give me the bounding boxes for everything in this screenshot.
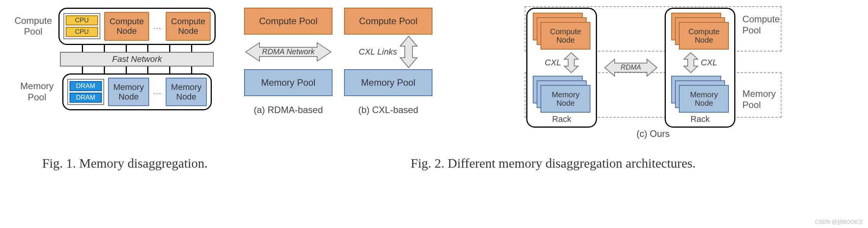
bus-tick — [126, 67, 127, 73]
fig2c-caption: (c) Ours — [637, 128, 670, 139]
memory-node: Memory Node — [166, 78, 207, 107]
bus-ticks-bottom — [60, 67, 214, 73]
fig1-body: Compute Pool CPU CPU Compute Node ... Co… — [11, 8, 216, 110]
bus-tick — [104, 45, 105, 52]
rack-label: Rack — [552, 114, 571, 124]
compute-pool-side-label: Compute Pool — [742, 14, 780, 36]
compute-pool-box: CPU CPU Compute Node ... Compute Node — [58, 8, 216, 45]
cxl-link-left: CXL — [545, 52, 579, 73]
svg-marker-2 — [564, 53, 578, 73]
memory-node-card: MemoryNode — [540, 85, 590, 113]
rack-right: ComputeNode CXL — [665, 8, 735, 128]
memory-node-l1: Memory — [552, 90, 579, 99]
cpu-stack: CPU CPU — [63, 13, 100, 39]
bus-tick — [191, 67, 192, 73]
svg-marker-4 — [684, 53, 698, 73]
memory-pool-label-l2: Pool — [28, 92, 46, 102]
bus-tick — [169, 45, 170, 52]
fig2a-compute-pool: Compute Pool — [244, 8, 333, 35]
memory-node-l2: Node — [176, 92, 196, 102]
double-arrow-horizontal-icon: RDMA Network — [244, 40, 333, 63]
figure-1: Compute Pool CPU CPU Compute Node ... Co… — [6, 8, 221, 110]
bus-tick — [169, 67, 170, 73]
memory-node-stack: MemoryNode — [671, 76, 729, 113]
memory-node: Memory Node — [108, 78, 149, 107]
double-arrow-vertical-icon — [683, 52, 698, 73]
memory-pool-l2: Pool — [742, 100, 761, 110]
double-arrow-vertical-icon — [564, 52, 579, 73]
fig2c-column: ComputeNode CXL — [444, 8, 862, 139]
fig2-top: Compute Pool RDMA Network Memory Pool (a… — [244, 8, 862, 139]
rdma-inter-rack-link: RDMA — [604, 57, 658, 78]
memory-node-stack: MemoryNode — [533, 76, 590, 113]
cxl-label: CXL — [545, 58, 561, 68]
compute-node-l2: Node — [695, 36, 713, 44]
rack-label: Rack — [690, 114, 710, 124]
compute-node-card: ComputeNode — [540, 22, 590, 50]
fig2-caption: Fig. 2. Different memory disaggregation … — [244, 156, 862, 171]
fig2a-link: RDMA Network — [244, 35, 333, 69]
bus-tick — [126, 45, 127, 52]
compute-node-card: ComputeNode — [679, 22, 729, 50]
compute-pool-l2: Pool — [742, 25, 761, 35]
fig2a-column: Compute Pool RDMA Network Memory Pool (a… — [244, 8, 333, 115]
fast-network-area: Fast Network — [60, 45, 214, 73]
compute-node-l1: Compute — [550, 27, 581, 36]
compute-node: Compute Node — [166, 12, 211, 41]
fig2a-caption: (a) RDMA-based — [254, 105, 323, 115]
memory-node-l1: Memory — [113, 82, 144, 92]
double-arrow-vertical-icon — [399, 35, 418, 68]
compute-node-l1: Compute — [110, 17, 144, 26]
compute-pool-label-l1: Compute — [15, 15, 52, 26]
fig2c-body: ComputeNode CXL — [526, 8, 780, 128]
bus-ticks-top — [60, 45, 214, 52]
compute-node-stack: ComputeNode — [671, 13, 729, 50]
bus-tick — [82, 45, 83, 52]
double-arrow-horizontal-icon: RDMA — [604, 57, 658, 78]
rdma-network-label: RDMA Network — [262, 47, 315, 56]
fig1-caption: Fig. 1. Memory disaggregation. — [6, 156, 244, 171]
bus-tick — [82, 67, 83, 73]
bus-tick — [147, 45, 148, 52]
cxl-link-right: CXL — [683, 52, 717, 73]
dram-stack: DRAM DRAM — [67, 79, 104, 105]
bus-tick — [147, 67, 148, 73]
memory-node-l1: Memory — [171, 82, 201, 92]
memory-pool-box: DRAM DRAM Memory Node ... Memory Node — [62, 73, 212, 111]
memory-pool-l1: Memory — [742, 88, 776, 99]
fig2c-side-labels: Compute Pool Memory Pool — [742, 14, 780, 121]
figures-row: Compute Pool CPU CPU Compute Node ... Co… — [6, 8, 862, 139]
rack-left: ComputeNode CXL — [526, 8, 597, 128]
ellipsis: ... — [153, 22, 162, 31]
cpu-chip: CPU — [66, 15, 98, 25]
fast-network-bar: Fast Network — [60, 52, 214, 67]
rdma-label: RDMA — [621, 63, 641, 71]
fig1-memory-row: Memory Pool DRAM DRAM Memory Node ... Me… — [15, 73, 212, 111]
compute-node-stack: ComputeNode — [533, 13, 590, 50]
cxl-label: CXL — [701, 58, 717, 68]
bus-tick — [104, 67, 105, 73]
fig2b-link: CXL Links — [359, 35, 418, 69]
compute-node-l2: Node — [556, 36, 575, 44]
compute-node-l1: Compute — [171, 17, 205, 26]
compute-pool-label-l2: Pool — [24, 26, 42, 37]
fig2b-column: Compute Pool CXL Links Memory Pool (b) C… — [344, 8, 432, 115]
ellipsis: ... — [153, 87, 162, 96]
fig2b-caption: (b) CXL-based — [358, 105, 418, 115]
figure-2: Compute Pool RDMA Network Memory Pool (a… — [244, 8, 862, 139]
dram-chip: DRAM — [70, 81, 102, 91]
compute-node-l1: Compute — [688, 27, 720, 36]
compute-node-l2: Node — [178, 26, 198, 36]
memory-pool-label: Memory Pool — [15, 81, 59, 103]
memory-pool-label-l1: Memory — [20, 81, 54, 91]
memory-node-l2: Node — [118, 92, 139, 102]
fig1-compute-row: Compute Pool CPU CPU Compute Node ... Co… — [11, 8, 216, 45]
compute-pool-label: Compute Pool — [11, 15, 55, 38]
memory-node-l1: Memory — [690, 90, 718, 99]
memory-node-l2: Node — [695, 99, 713, 107]
compute-node-l2: Node — [116, 26, 137, 36]
memory-node-l2: Node — [556, 99, 575, 107]
dram-chip: DRAM — [70, 93, 102, 103]
cpu-chip: CPU — [66, 27, 98, 37]
fig2b-compute-pool: Compute Pool — [344, 8, 432, 35]
